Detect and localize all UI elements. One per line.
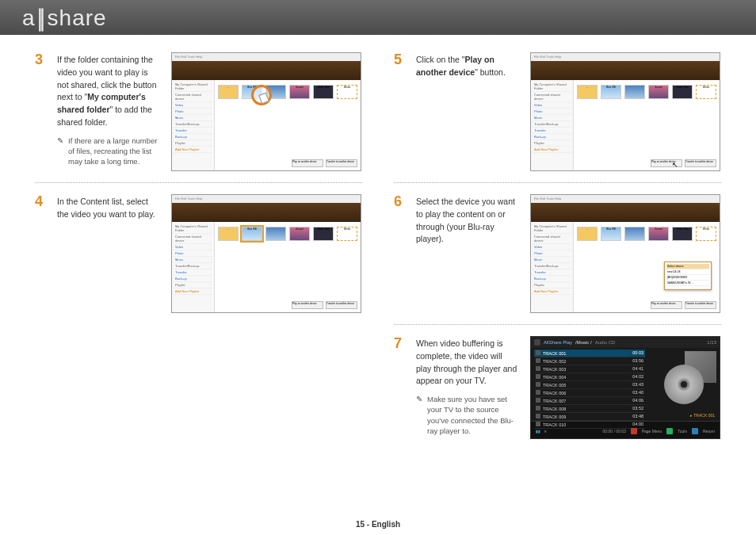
page-menu-label: Page Menu xyxy=(642,429,662,434)
side-transfer-4: Transfer/Back-up xyxy=(174,263,212,269)
t3t: 04:41 xyxy=(632,366,643,372)
step-7-note: Make sure you have set your TV to the so… xyxy=(416,394,519,436)
shuffle-icon: ⤨ xyxy=(544,429,547,434)
screenshot-step-4: File Edit Tools Help My Computer's Share… xyxy=(171,194,361,313)
t4t: 04:02 xyxy=(632,374,643,380)
divider xyxy=(35,182,362,183)
side-music: Music xyxy=(174,115,212,121)
track-row-2: TRACK 00203:56 xyxy=(534,357,645,365)
s6-thumb-blue2 xyxy=(624,227,645,241)
allshare-logo: a‖share xyxy=(22,5,107,31)
s6-photo: Photo xyxy=(533,250,571,257)
step-5-body: Click on the "Play on another device" bu… xyxy=(416,52,519,79)
btn-trans-4: Transfer to another device xyxy=(326,301,357,309)
step-3-number: 3 xyxy=(35,52,49,166)
step-5-before: Click on the " xyxy=(416,55,465,64)
track-icon xyxy=(536,406,540,411)
step-7: 7 When video buffering is complete, the … xyxy=(394,336,519,436)
s5-thumb-up: .. xyxy=(577,85,598,99)
side-t2-4: Back-up xyxy=(174,276,212,282)
logo-text-a: a xyxy=(22,6,36,30)
side-add: Add New Playlist xyxy=(174,147,212,153)
thumb-water: Water Vibe xyxy=(313,85,334,99)
track-row-3: TRACK 00304:41 xyxy=(534,365,645,373)
track-icon xyxy=(536,390,540,395)
s5-transfer: Transfer/Back-up xyxy=(533,121,571,128)
s5-photo: Photo xyxy=(533,109,571,115)
btn-play-another: Play on another device xyxy=(292,159,323,167)
tools-button-icon xyxy=(666,428,673,434)
popup-line2: [BD]UNSIGNED xyxy=(666,275,709,281)
disc-area: ▸ TRACK 001 xyxy=(648,348,720,421)
player-sub: /Music / xyxy=(575,340,592,345)
t8n: TRACK 008 xyxy=(543,407,566,411)
track-list: TRACK 00100:03 TRACK 00203:56 TRACK 0030… xyxy=(531,348,648,421)
s5-thumb-sunset: Sunset xyxy=(648,85,669,99)
btn-transfer-another: Transfer to another device xyxy=(326,159,357,167)
s6-music: Music xyxy=(533,257,571,263)
shot-sidebar-6: My Computer's Shared Folder Connected sh… xyxy=(531,222,574,312)
side-video: Video xyxy=(174,102,212,109)
shot-sidebar-5: My Computer's Shared Folder Connected sh… xyxy=(531,80,574,170)
shot-sidebar: My Computer's Shared Folder Connected sh… xyxy=(172,80,215,170)
t7t: 04:06 xyxy=(632,398,643,403)
s6-video: Video xyxy=(533,244,571,250)
highlight-circle-icon xyxy=(251,85,272,105)
shot-menu-4: File Edit Tools Help xyxy=(172,195,361,203)
track-icon xyxy=(536,422,540,426)
s6-connected: Connected shared device xyxy=(533,234,571,244)
content-columns: 3 If the folder containing the video you… xyxy=(0,35,756,441)
player-top-bar: AllShare Play /Music / Audio CD 1/13 xyxy=(531,337,720,348)
t2t: 03:56 xyxy=(632,358,643,364)
player-count: 1/13 xyxy=(707,340,716,345)
step-4-number: 4 xyxy=(35,194,49,221)
s5-t2: Back-up xyxy=(533,134,571,140)
step-3-row: 3 If the folder containing the video you… xyxy=(35,52,362,171)
track-icon xyxy=(536,358,540,363)
t5n: TRACK 005 xyxy=(543,383,566,388)
side-shared: My Computer's Shared Folder xyxy=(174,82,212,92)
step-7-text: When video buffering is complete, the vi… xyxy=(416,338,517,385)
page-header: a‖share xyxy=(0,0,756,35)
thumb-winter: Winter xyxy=(337,85,357,99)
t2n: TRACK 002 xyxy=(543,359,566,364)
track-icon xyxy=(536,374,540,379)
step-7-body: When video buffering is complete, the vi… xyxy=(416,336,519,436)
s6-shared: My Computer's Shared Folder xyxy=(533,224,571,234)
s5-thumb-blue2 xyxy=(624,85,645,99)
track-icon xyxy=(536,398,540,403)
s6-btn-trans: Transfer to another device xyxy=(685,301,716,309)
track-row-4: TRACK 00404:02 xyxy=(534,373,645,381)
s6-thumb-water: Water Vibe xyxy=(672,227,693,241)
divider-6-7 xyxy=(394,324,721,325)
s6-add: Add New Playlist xyxy=(533,289,571,295)
track-row-1: TRACK 00100:03 xyxy=(534,350,645,357)
t10t: 04:00 xyxy=(632,422,643,427)
step-5-after: " button. xyxy=(475,67,506,77)
s6-thumb-up: .. xyxy=(577,227,598,241)
step-3-body: If the folder containing the video you w… xyxy=(57,52,160,166)
divider-5-6 xyxy=(394,182,721,183)
thumb-winter-4: Winter xyxy=(337,227,357,241)
step-5-row: 5 Click on the "Play on another device" … xyxy=(394,52,721,171)
step-7-number: 7 xyxy=(394,336,408,436)
shot-titlebar-4 xyxy=(172,203,361,222)
track-icon xyxy=(536,414,540,418)
t1t: 00:03 xyxy=(632,350,643,356)
s5-playlist: Playlist xyxy=(533,140,571,147)
shot-main-6: .. Blue WB Sunset Water Vibe Winter Sele… xyxy=(574,222,720,312)
device-popup: Select device time 04:28 [BD]UNSIGNED SA… xyxy=(664,262,712,290)
shot-main-5: .. Blue WB Sunset Water Vibe Winter Play… xyxy=(574,80,720,170)
shot-menu-6: File Edit Tools Help xyxy=(531,195,720,203)
s5-add: Add New Playlist xyxy=(533,147,571,153)
shot-sidebar-4: My Computer's Shared Folder Connected sh… xyxy=(172,222,215,312)
step-6: 6 Select the device you want to play the… xyxy=(394,194,519,246)
side-t1-4: Transfer xyxy=(174,269,212,276)
player-src: Audio CD xyxy=(595,340,616,345)
thumb-up-4: .. xyxy=(218,227,239,241)
thumb-blue-selected: Blue WB xyxy=(242,227,262,241)
page-footer: 15 - English xyxy=(0,520,756,529)
track-icon xyxy=(536,382,540,387)
cursor-icon: ↖ xyxy=(672,161,678,169)
now-playing-track: TRACK 001 xyxy=(693,413,715,418)
